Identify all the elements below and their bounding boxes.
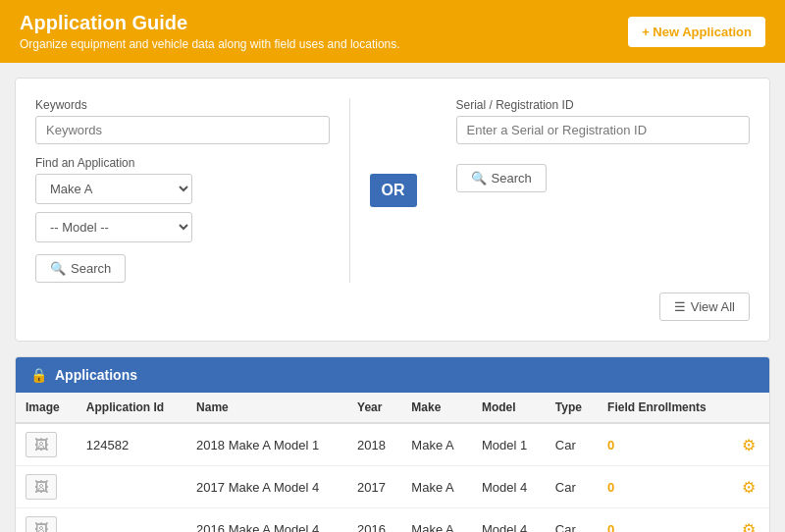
image-placeholder: 🖼 [26,474,57,500]
applications-section: 🔒 Applications Image Application Id Name… [15,356,770,532]
col-year: Year [347,393,401,423]
page-subtitle: Organize equipment and vehicle data alon… [20,37,400,51]
table-row: 🖼 124582 2018 Make A Model 1 2018 Make A… [16,423,769,466]
view-all-label: View All [691,299,735,314]
keywords-input[interactable] [35,116,330,144]
col-name: Name [186,393,347,423]
cell-app-id [77,466,186,508]
cell-make: Make A [401,466,472,508]
col-enrollments: Field Enrollments [598,393,731,423]
cell-app-id: 124582 [77,423,186,466]
make-select[interactable]: Make A [35,174,192,204]
find-app-label: Find an Application [35,156,330,170]
image-placeholder: 🖼 [26,432,57,457]
cell-enrollments: 0 [598,423,731,466]
table-header-row: Image Application Id Name Year Make Mode… [16,393,769,423]
cell-make: Make A [401,508,472,533]
col-image: Image [16,393,77,423]
search-button-left-label: Search [71,261,111,276]
serial-group: Serial / Registration ID [456,98,751,144]
applications-table: Image Application Id Name Year Make Mode… [16,393,769,532]
cell-model: Model 4 [472,508,546,533]
cell-type: Car [546,466,598,508]
cell-gear[interactable]: ⚙ [732,466,769,508]
cell-image: 🖼 [16,508,77,533]
page-header: Application Guide Organize equipment and… [0,0,785,63]
cell-type: Car [546,423,598,466]
search-left-section: Keywords Find an Application Make A -- M… [35,98,350,283]
search-icon-left: 🔍 [50,261,66,276]
cell-app-id [77,508,186,533]
image-placeholder: 🖼 [26,516,57,532]
col-app-id: Application Id [77,393,186,423]
col-make: Make [401,393,472,423]
search-button-left[interactable]: 🔍 Search [35,254,126,283]
cell-model: Model 1 [472,423,546,466]
new-application-button[interactable]: + New Application [628,17,765,47]
serial-label: Serial / Registration ID [456,98,751,112]
gear-button[interactable]: ⚙ [742,436,756,454]
cell-make: Make A [401,423,472,466]
col-actions [732,393,769,423]
lock-icon: 🔒 [30,367,47,383]
cell-model: Model 4 [472,466,546,508]
search-right-section: Serial / Registration ID 🔍 Search [437,98,751,192]
cell-name: 2018 Make A Model 1 [186,423,347,466]
search-button-right-label: Search [492,171,532,186]
table-row: 🖼 2016 Make A Model 4 2016 Make A Model … [16,508,769,533]
keywords-group: Keywords [35,98,330,144]
table-icon: ☰ [674,299,686,314]
model-select[interactable]: -- Model -- [35,212,192,242]
gear-button[interactable]: ⚙ [742,520,756,533]
gear-button[interactable]: ⚙ [742,478,756,497]
serial-input[interactable] [456,116,751,144]
image-icon: 🖼 [34,437,48,452]
cell-year: 2018 [347,423,401,466]
cell-name: 2017 Make A Model 4 [186,466,347,508]
search-icon-right: 🔍 [471,171,487,186]
col-type: Type [546,393,598,423]
page-title: Application Guide [20,12,400,34]
applications-title: Applications [55,367,137,383]
cell-image: 🖼 [16,466,77,508]
cell-enrollments: 0 [598,508,731,533]
or-divider: OR [350,174,437,207]
cell-year: 2016 [347,508,401,533]
image-icon: 🖼 [34,521,48,532]
table-row: 🖼 2017 Make A Model 4 2017 Make A Model … [16,466,769,508]
cell-enrollments: 0 [598,466,731,508]
col-model: Model [472,393,546,423]
cell-gear[interactable]: ⚙ [732,508,769,533]
image-icon: 🖼 [34,479,48,495]
find-app-group: Find an Application Make A -- Model -- [35,156,330,242]
header-text: Application Guide Organize equipment and… [20,12,400,51]
keywords-label: Keywords [35,98,330,112]
cell-year: 2017 [347,466,401,508]
search-panel: Keywords Find an Application Make A -- M… [15,78,770,342]
view-all-button[interactable]: ☰ View All [659,293,750,321]
cell-gear[interactable]: ⚙ [732,423,769,466]
cell-type: Car [546,508,598,533]
search-button-right[interactable]: 🔍 Search [456,164,547,192]
cell-image: 🖼 [16,423,77,466]
applications-header: 🔒 Applications [16,357,769,393]
view-all-row: ☰ View All [35,293,750,321]
cell-name: 2016 Make A Model 4 [186,508,347,533]
or-badge: OR [370,174,417,207]
